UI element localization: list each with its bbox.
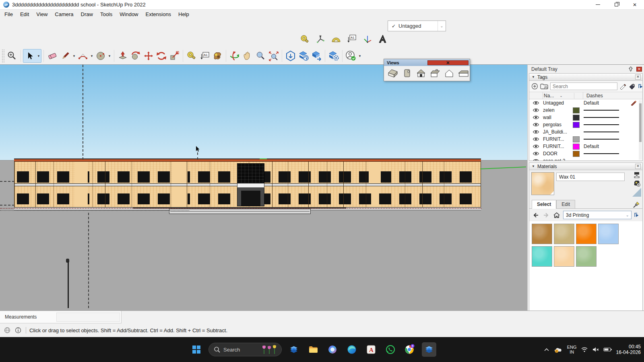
- autocad-icon[interactable]: A: [364, 342, 378, 357]
- tulips-icon[interactable]: [261, 344, 278, 355]
- front-view-button[interactable]: [415, 68, 427, 78]
- tag-dash-cell[interactable]: [584, 139, 642, 140]
- eye-icon[interactable]: [533, 108, 543, 113]
- tray-close-icon[interactable]: ✕: [636, 67, 642, 72]
- material-swatch[interactable]: [576, 224, 597, 244]
- share-component-button[interactable]: [310, 49, 323, 62]
- shapes-tool-button[interactable]: [94, 49, 107, 62]
- language-indicator[interactable]: ENGIN: [567, 345, 577, 354]
- wifi-icon[interactable]: [581, 347, 588, 352]
- tag-row[interactable]: FURNIT... Default: [529, 143, 642, 150]
- purge-tags-icon[interactable]: [629, 83, 636, 90]
- tab-select[interactable]: Select: [532, 200, 556, 209]
- menu-item[interactable]: View: [33, 10, 51, 18]
- top-view-button[interactable]: [401, 68, 413, 78]
- tag-row[interactable]: DOOR: [529, 150, 642, 157]
- eye-icon[interactable]: [533, 130, 543, 134]
- menu-item[interactable]: Draw: [77, 10, 97, 18]
- zoom-extents-button[interactable]: [267, 49, 280, 62]
- forward-arrow-button[interactable]: [542, 212, 550, 219]
- text-tool-button[interactable]: A1: [346, 33, 358, 45]
- tag-row[interactable]: Untagged Default: [529, 99, 642, 107]
- tag-dash-cell[interactable]: Default: [584, 100, 627, 106]
- close-button[interactable]: ✕: [625, 0, 644, 9]
- tag-row[interactable]: pergolas: [529, 121, 642, 128]
- materials-close-icon[interactable]: ✕: [635, 164, 641, 169]
- menu-item[interactable]: Window: [116, 10, 142, 18]
- eye-icon[interactable]: [533, 101, 543, 105]
- geolocation-icon[interactable]: [4, 327, 11, 334]
- start-button[interactable]: [189, 342, 204, 357]
- toolbar-grip[interactable]: [2, 49, 4, 63]
- measurements-input[interactable]: [56, 313, 120, 322]
- eraser-button[interactable]: [46, 49, 59, 62]
- eye-icon[interactable]: [533, 137, 543, 142]
- tags-details-arrow-icon[interactable]: [638, 83, 644, 89]
- menu-item[interactable]: Help: [175, 10, 193, 18]
- tags-panel-header[interactable]: ▼ Tags ✕: [529, 74, 642, 81]
- whatsapp-icon[interactable]: [383, 342, 398, 357]
- eye-icon[interactable]: [533, 144, 543, 149]
- tape-measure-button[interactable]: [185, 49, 198, 62]
- minimize-button[interactable]: [588, 0, 607, 9]
- left-view-button[interactable]: [458, 68, 469, 78]
- views-close-icon[interactable]: ✕: [427, 60, 469, 65]
- edge-icon[interactable]: [345, 342, 359, 357]
- restore-button[interactable]: [607, 0, 625, 9]
- onedrive-icon[interactable]: !: [553, 346, 563, 353]
- material-swatch[interactable]: [532, 224, 552, 244]
- create-material-button[interactable]: [633, 179, 640, 187]
- arc-dropdown-caret[interactable]: ▾: [89, 49, 94, 62]
- zoom-button[interactable]: [254, 49, 267, 62]
- dimension-text-button[interactable]: A1: [198, 49, 211, 62]
- 3d-warehouse-button[interactable]: [284, 49, 297, 62]
- collections-details-arrow-icon[interactable]: [634, 212, 640, 218]
- add-tag-button[interactable]: [531, 83, 538, 90]
- back-view-button[interactable]: [444, 68, 455, 78]
- chevron-down-icon[interactable]: ⌄: [438, 21, 446, 31]
- pan-button[interactable]: [241, 49, 254, 62]
- material-preview-swatch[interactable]: [531, 172, 554, 195]
- tags-search-input[interactable]: [550, 82, 617, 90]
- paint-bucket-button[interactable]: [211, 49, 224, 62]
- tags-scrollbar-thumb[interactable]: [639, 103, 642, 142]
- tag-color-swatch[interactable]: [573, 136, 580, 142]
- material-swatch[interactable]: [598, 224, 619, 244]
- tag-color-swatch[interactable]: [573, 115, 580, 121]
- materials-panel-header[interactable]: ▼ Materials ✕: [529, 163, 642, 170]
- axes-colored-icon[interactable]: [361, 33, 374, 45]
- rotate-button[interactable]: [155, 49, 168, 62]
- sample-paint-triangle[interactable]: [632, 188, 641, 197]
- iso-view-button[interactable]: [387, 68, 398, 78]
- material-name-input[interactable]: [556, 173, 625, 181]
- protractor-button[interactable]: [330, 33, 342, 45]
- tag-color-swatch[interactable]: [573, 107, 580, 113]
- chrome-icon[interactable]: [402, 342, 417, 357]
- home-button[interactable]: [553, 212, 561, 219]
- tag-row[interactable]: JA_Buildi...: [529, 128, 642, 136]
- active-tag-dropdown[interactable]: ✓ Untagged ⌄: [388, 21, 446, 31]
- tag-row[interactable]: wall: [529, 114, 642, 121]
- edit-tag-icon[interactable]: [619, 83, 627, 90]
- menu-item[interactable]: Camera: [51, 10, 77, 18]
- push-pull-button[interactable]: [116, 49, 129, 62]
- dashes-column-header[interactable]: Dashes: [583, 93, 642, 99]
- back-arrow-button[interactable]: [532, 212, 540, 219]
- extension-warehouse-button[interactable]: [327, 49, 340, 62]
- select-tool-button[interactable]: ▾: [23, 49, 41, 63]
- shapes-dropdown-caret[interactable]: ▾: [107, 49, 112, 62]
- eye-icon[interactable]: [533, 122, 543, 127]
- follow-me-button[interactable]: [129, 49, 142, 62]
- tag-dash-cell[interactable]: [584, 124, 642, 125]
- color-column-header[interactable]: [574, 92, 583, 99]
- line-tool-button[interactable]: [59, 49, 72, 62]
- tag-dash-cell[interactable]: Default: [584, 144, 642, 149]
- tray-chevron-up-icon[interactable]: [544, 348, 549, 352]
- share-model-button[interactable]: [297, 49, 310, 62]
- model-viewport[interactable]: [0, 64, 527, 311]
- tags-close-icon[interactable]: ✕: [635, 74, 641, 80]
- right-view-button[interactable]: [429, 68, 441, 78]
- eye-icon[interactable]: [533, 115, 543, 120]
- select-dropdown-caret[interactable]: ▾: [36, 49, 41, 62]
- tape-measure-button[interactable]: [299, 33, 311, 45]
